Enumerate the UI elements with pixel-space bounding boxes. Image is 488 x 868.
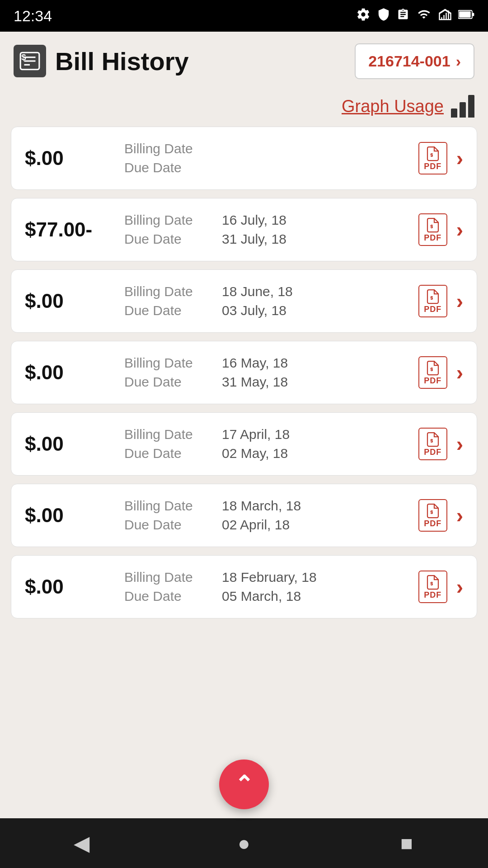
bill-card[interactable]: $.00 Billing Date 18 March, 18 Due Date …	[11, 484, 477, 547]
due-date-value: 31 May, 18	[222, 374, 288, 390]
due-date-label: Due Date	[124, 231, 215, 247]
pdf-button[interactable]: PDF	[418, 213, 447, 246]
billing-date-label: Billing Date	[124, 570, 215, 585]
svg-rect-1	[459, 11, 471, 17]
due-date-label: Due Date	[124, 589, 215, 604]
due-date-label: Due Date	[124, 446, 215, 461]
pdf-label: PDF	[424, 519, 441, 528]
account-number-text: 216714-001	[368, 52, 450, 70]
pdf-button[interactable]: PDF	[418, 285, 447, 317]
pdf-button[interactable]: PDF	[418, 428, 447, 460]
account-chevron-icon: ›	[456, 52, 461, 70]
pdf-label: PDF	[424, 233, 441, 243]
status-bar: 12:34	[0, 0, 488, 32]
billing-date-row: Billing Date	[124, 141, 418, 156]
bill-dates: Billing Date 17 April, 18 Due Date 02 Ma…	[124, 427, 418, 461]
billing-date-label: Billing Date	[124, 212, 215, 228]
billing-date-label: Billing Date	[124, 284, 215, 299]
settings-icon	[356, 7, 371, 25]
bill-actions: PDF ›	[418, 285, 463, 317]
pdf-button[interactable]: PDF	[418, 356, 447, 389]
due-date-row: Due Date 05 March, 18	[124, 589, 418, 604]
billing-date-value: 18 February, 18	[222, 570, 317, 585]
bill-amount: $.00	[25, 147, 124, 170]
chevron-right-icon: ›	[456, 360, 463, 385]
bill-actions: PDF ›	[418, 571, 463, 603]
bill-card[interactable]: $.00 Billing Date 16 May, 18 Due Date 31…	[11, 341, 477, 404]
bill-amount: $.00	[25, 433, 124, 455]
status-icons	[356, 7, 474, 25]
bill-amount: $.00	[25, 504, 124, 527]
due-date-value: 05 March, 18	[222, 589, 301, 604]
bill-amount: $77.00-	[25, 218, 124, 241]
bar-chart-icon	[451, 95, 474, 118]
graph-usage-row: Graph Usage	[0, 90, 488, 127]
pdf-label: PDF	[424, 305, 441, 314]
bill-dates: Billing Date 18 June, 18 Due Date 03 Jul…	[124, 284, 418, 318]
header: $ Bill History 216714-001 ›	[0, 32, 488, 90]
chevron-right-icon: ›	[456, 289, 463, 313]
bill-card[interactable]: $.00 Billing Date 17 April, 18 Due Date …	[11, 412, 477, 476]
chevron-right-icon: ›	[456, 575, 463, 599]
bill-card[interactable]: $77.00- Billing Date 16 July, 18 Due Dat…	[11, 198, 477, 261]
bill-dates: Billing Date 16 May, 18 Due Date 31 May,…	[124, 355, 418, 390]
page-title: Bill History	[55, 47, 189, 76]
bill-actions: PDF ›	[418, 213, 463, 246]
billing-date-value: 16 May, 18	[222, 355, 288, 371]
status-time: 12:34	[14, 7, 52, 25]
billing-date-row: Billing Date 16 May, 18	[124, 355, 418, 371]
due-date-row: Due Date 31 May, 18	[124, 374, 418, 390]
due-date-row: Due Date 31 July, 18	[124, 231, 418, 247]
bill-card[interactable]: $.00 Billing Date 18 February, 18 Due Da…	[11, 555, 477, 618]
chevron-right-icon: ›	[456, 503, 463, 528]
bill-actions: PDF ›	[418, 428, 463, 460]
bill-dates: Billing Date 18 February, 18 Due Date 05…	[124, 570, 418, 604]
due-date-row: Due Date	[124, 160, 418, 175]
home-button[interactable]: ●	[226, 825, 262, 861]
pdf-label: PDF	[424, 162, 441, 171]
app-icon: $	[14, 45, 46, 77]
graph-usage-link[interactable]: Graph Usage	[342, 97, 444, 116]
bill-dates: Billing Date 16 July, 18 Due Date 31 Jul…	[124, 212, 418, 247]
due-date-label: Due Date	[124, 160, 215, 175]
billing-date-row: Billing Date 18 March, 18	[124, 498, 418, 514]
pdf-label: PDF	[424, 448, 441, 457]
scroll-to-top-button[interactable]: ⌃	[219, 760, 269, 809]
chevron-right-icon: ›	[456, 432, 463, 456]
bill-amount: $.00	[25, 290, 124, 312]
due-date-value: 02 April, 18	[222, 517, 290, 533]
header-left: $ Bill History	[14, 45, 189, 77]
pdf-button[interactable]: PDF	[418, 499, 447, 532]
billing-date-label: Billing Date	[124, 498, 215, 514]
bill-actions: PDF ›	[418, 499, 463, 532]
billing-date-row: Billing Date 18 February, 18	[124, 570, 418, 585]
bill-dates: Billing Date Due Date	[124, 141, 418, 175]
pdf-button[interactable]: PDF	[418, 571, 447, 603]
clipboard-icon	[397, 7, 409, 25]
due-date-value: 31 July, 18	[222, 231, 286, 247]
shield-icon	[377, 7, 390, 25]
svg-text:$: $	[21, 52, 26, 62]
bill-card[interactable]: $.00 Billing Date Due Date	[11, 127, 477, 190]
pdf-label: PDF	[424, 376, 441, 386]
battery-icon	[458, 8, 474, 24]
due-date-row: Due Date 02 May, 18	[124, 446, 418, 461]
chevron-up-icon: ⌃	[235, 771, 253, 797]
pdf-button[interactable]: PDF	[418, 142, 447, 175]
chevron-right-icon: ›	[456, 146, 463, 170]
billing-date-value: 18 June, 18	[222, 284, 293, 299]
bill-dates: Billing Date 18 March, 18 Due Date 02 Ap…	[124, 498, 418, 533]
billing-date-label: Billing Date	[124, 355, 215, 371]
due-date-label: Due Date	[124, 374, 215, 390]
bottom-nav: ◀ ● ■	[0, 818, 488, 868]
billing-date-label: Billing Date	[124, 427, 215, 442]
recents-button[interactable]: ■	[389, 825, 425, 861]
signal-icon	[438, 8, 452, 24]
billing-date-row: Billing Date 16 July, 18	[124, 212, 418, 228]
due-date-row: Due Date 03 July, 18	[124, 303, 418, 318]
account-number-button[interactable]: 216714-001 ›	[355, 43, 474, 79]
bill-card[interactable]: $.00 Billing Date 18 June, 18 Due Date 0…	[11, 269, 477, 333]
back-button[interactable]: ◀	[63, 825, 99, 861]
due-date-value: 02 May, 18	[222, 446, 288, 461]
billing-date-row: Billing Date 17 April, 18	[124, 427, 418, 442]
